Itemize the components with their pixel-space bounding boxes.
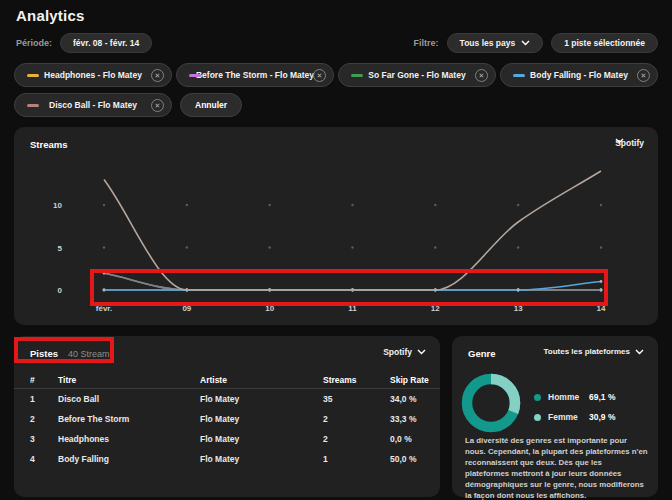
column-header: Titre xyxy=(58,375,200,385)
period-filter: Période: févr. 08 - févr. 14 xyxy=(16,33,152,53)
remove-filter-icon[interactable]: ✕ xyxy=(313,69,326,82)
genre-note-text: La diversité des genres est importante p… xyxy=(465,436,648,500)
track-filter-chip-label: Body Falling - Flo Matey xyxy=(530,70,628,80)
grid-dot xyxy=(351,204,353,206)
legend-item: Femme 30,9 % xyxy=(534,412,615,422)
tracks-table-header: #TitreArtisteStreamsSkip Rate xyxy=(14,372,440,389)
grid-dot xyxy=(517,246,519,248)
cell-skiprate: 50,0 % xyxy=(390,454,430,464)
track-filter-chip-label: Headphones - Flo Matey xyxy=(44,70,142,80)
remove-filter-icon[interactable]: ✕ xyxy=(475,69,488,82)
cell-artist: Flo Matey xyxy=(200,414,323,424)
cell-streams: 35 xyxy=(323,394,390,404)
data-point-marker xyxy=(103,272,106,275)
tracks-streams-count: 40 Streams xyxy=(68,349,114,359)
legend-label: Femme xyxy=(548,412,582,422)
gender-legend: Homme 69,1 % Femme 30,9 % xyxy=(534,392,615,422)
filter-label: Filtre: xyxy=(414,38,439,48)
x-axis-tick-label: 14 xyxy=(597,304,606,313)
data-point-marker xyxy=(103,289,106,292)
x-axis-tick-label: 13 xyxy=(514,304,523,313)
track-filter-chip-label: Before The Storm - Flo Matey xyxy=(196,70,314,80)
cell-title: Before The Storm xyxy=(58,414,200,424)
period-chip[interactable]: févr. 08 - févr. 14 xyxy=(60,33,152,53)
cell-rank: 2 xyxy=(30,414,58,424)
table-row[interactable]: 1 Disco Ball Flo Matey 35 34,0 % xyxy=(14,389,440,409)
track-filter-dropdown[interactable]: 1 piste sélectionnée xyxy=(551,33,658,53)
track-filter-chip[interactable]: Before The Storm - Flo Matey ✕ xyxy=(176,63,334,87)
cell-artist: Flo Matey xyxy=(200,454,323,464)
cell-title: Headphones xyxy=(58,434,200,444)
track-filter-chip[interactable]: Disco Ball - Flo Matey ✕ xyxy=(14,93,172,117)
track-chips-row-2: Disco Ball - Flo Matey ✕ Annuler xyxy=(14,93,658,117)
legend-dot-icon xyxy=(534,394,541,401)
grid-dot xyxy=(186,246,188,248)
remove-filter-icon[interactable]: ✕ xyxy=(637,69,650,82)
x-axis-tick-label: 10 xyxy=(265,304,274,313)
legend-value: 30,9 % xyxy=(589,412,615,422)
grid-dot xyxy=(186,204,188,206)
column-header: # xyxy=(30,375,58,385)
series-line-disco-ball xyxy=(104,171,601,290)
column-header: Skip Rate xyxy=(390,375,430,385)
cell-artist: Flo Matey xyxy=(200,394,323,404)
tracks-card-title: Pistes xyxy=(30,348,58,359)
country-filter-dropdown[interactable]: Tous les pays xyxy=(447,33,544,53)
grid-dot xyxy=(351,246,353,248)
grid-dot xyxy=(103,204,105,206)
x-axis-tick-label: 11 xyxy=(348,304,357,313)
table-row[interactable]: 3 Headphones Flo Matey 2 0,0 % xyxy=(14,429,440,449)
column-header: Streams xyxy=(323,375,390,385)
series-color-dash-icon xyxy=(189,74,201,77)
y-axis-tick-label: 5 xyxy=(58,244,63,253)
genre-platform-dropdown[interactable]: Toutes les plateformes xyxy=(543,347,644,356)
genre-platform-value: Toutes les plateformes xyxy=(543,347,630,356)
grid-dot xyxy=(517,204,519,206)
table-row[interactable]: 4 Body Falling Flo Matey 1 50,0 % xyxy=(14,449,440,469)
period-chip-value: févr. 08 - févr. 14 xyxy=(73,38,139,48)
series-color-dash-icon xyxy=(351,74,363,77)
tracks-platform-value: Spotify xyxy=(383,347,412,357)
cell-skiprate: 33,3 % xyxy=(390,414,430,424)
chevron-down-icon xyxy=(521,40,530,46)
page-title: Analytics xyxy=(16,7,85,24)
y-axis-tick-label: 0 xyxy=(58,286,63,295)
series-color-dash-icon xyxy=(27,104,39,107)
period-label: Période: xyxy=(16,38,52,48)
legend-value: 69,1 % xyxy=(589,392,615,402)
series-color-dash-icon xyxy=(513,74,525,77)
table-row[interactable]: 2 Before The Storm Flo Matey 2 33,3 % xyxy=(14,409,440,429)
chevron-down-icon xyxy=(635,349,644,355)
cell-skiprate: 0,0 % xyxy=(390,434,430,444)
data-point-marker xyxy=(517,289,520,292)
track-filter-chip[interactable]: Body Falling - Flo Matey ✕ xyxy=(500,63,658,87)
legend-item: Homme 69,1 % xyxy=(534,392,615,402)
tracks-card-header: Pistes 40 Streams xyxy=(30,348,114,359)
track-filter-value: 1 piste sélectionnée xyxy=(564,38,645,48)
chevron-down-icon xyxy=(417,349,426,355)
cell-title: Disco Ball xyxy=(58,394,200,404)
genre-card-title: Genre xyxy=(468,348,495,359)
grid-dot xyxy=(268,246,270,248)
grid-dot xyxy=(600,204,602,206)
country-filter-value: Tous les pays xyxy=(460,38,516,48)
legend-label: Homme xyxy=(548,392,582,402)
remove-filter-icon[interactable]: ✕ xyxy=(151,69,164,82)
y-axis-tick-label: 10 xyxy=(53,201,62,210)
filter-controls: Filtre: Tous les pays 1 piste sélectionn… xyxy=(414,33,658,53)
track-filter-chip[interactable]: So Far Gone - Flo Matey ✕ xyxy=(338,63,496,87)
cancel-button[interactable]: Annuler xyxy=(180,93,242,117)
streams-card: Streams Spotify 0510févr.091011121314 xyxy=(14,127,658,325)
genre-card: Genre Toutes les plateformes Homme 69,1 … xyxy=(452,336,658,497)
remove-filter-icon[interactable]: ✕ xyxy=(151,99,164,112)
tracks-platform-dropdown[interactable]: Spotify xyxy=(383,347,426,357)
cell-streams: 2 xyxy=(323,414,390,424)
cell-title: Body Falling xyxy=(58,454,200,464)
grid-dot xyxy=(434,204,436,206)
legend-dot-icon xyxy=(534,414,541,421)
cell-artist: Flo Matey xyxy=(200,434,323,444)
cell-rank: 3 xyxy=(30,434,58,444)
cell-rank: 1 xyxy=(30,394,58,404)
track-filter-chip[interactable]: Headphones - Flo Matey ✕ xyxy=(14,63,172,87)
cell-streams: 1 xyxy=(323,454,390,464)
